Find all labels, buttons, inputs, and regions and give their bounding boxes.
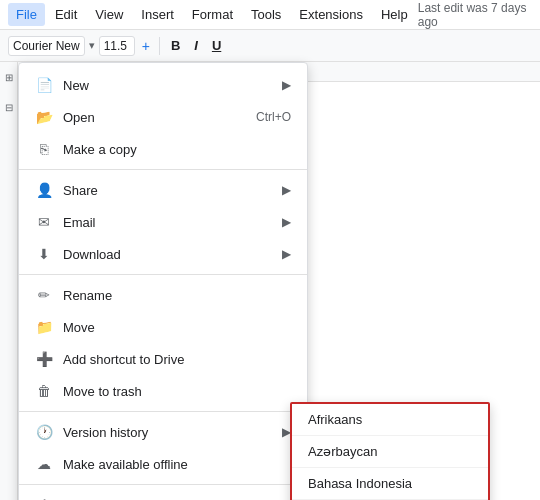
menu-item-download[interactable]: ⬇Download▶ [19, 238, 307, 270]
font-size[interactable]: 11.5 [99, 36, 135, 56]
email-icon: ✉ [35, 213, 53, 231]
version-history-label: Version history [63, 425, 272, 440]
language-submenu: AfrikaansAzərbaycanBahasa IndonesiaBahas… [290, 402, 490, 500]
toolbar: Courier New ▾ 11.5 + B I U [0, 30, 540, 62]
open-label: Open [63, 110, 246, 125]
dropdown-divider [19, 411, 307, 412]
rename-label: Rename [63, 288, 291, 303]
font-size-plus[interactable]: + [139, 38, 153, 54]
download-arrow: ▶ [282, 247, 291, 261]
main-area: ⊞ ⊟ 1 2 3 :/f/s $TEMP$\*| 📄New▶📂OpenCtrl… [0, 62, 540, 500]
menu-item-share[interactable]: 👤Share▶ [19, 174, 307, 206]
menu-item-details[interactable]: ℹDetails [19, 489, 307, 500]
make-copy-icon: ⎘ [35, 140, 53, 158]
menu-item-email[interactable]: ✉Email▶ [19, 206, 307, 238]
menu-item-move[interactable]: 📁Move [19, 311, 307, 343]
menu-file[interactable]: File [8, 3, 45, 26]
new-label: New [63, 78, 272, 93]
download-label: Download [63, 247, 272, 262]
menu-tools[interactable]: Tools [243, 3, 289, 26]
rename-icon: ✏ [35, 286, 53, 304]
menu-format[interactable]: Format [184, 3, 241, 26]
details-icon: ℹ [35, 496, 53, 500]
toolbar-divider [159, 37, 160, 55]
menu-item-make-available-offline[interactable]: ☁Make available offline [19, 448, 307, 480]
make-copy-label: Make a copy [63, 142, 291, 157]
last-edit-status: Last edit was 7 days ago [418, 1, 532, 29]
move-trash-label: Move to trash [63, 384, 291, 399]
menu-view[interactable]: View [87, 3, 131, 26]
menu-item-make-copy[interactable]: ⎘Make a copy [19, 133, 307, 165]
italic-button[interactable]: I [189, 36, 203, 55]
sidebar: ⊞ ⊟ [0, 62, 18, 500]
lang-item[interactable]: Afrikaans [292, 404, 488, 436]
dropdown-divider [19, 169, 307, 170]
share-icon: 👤 [35, 181, 53, 199]
menu-item-new[interactable]: 📄New▶ [19, 69, 307, 101]
sidebar-icon-1: ⊞ [2, 70, 16, 84]
share-arrow: ▶ [282, 183, 291, 197]
new-icon: 📄 [35, 76, 53, 94]
version-history-icon: 🕐 [35, 423, 53, 441]
move-icon: 📁 [35, 318, 53, 336]
dropdown-divider [19, 484, 307, 485]
new-arrow: ▶ [282, 78, 291, 92]
menu-insert[interactable]: Insert [133, 3, 182, 26]
menu-bar: File Edit View Insert Format Tools Exten… [0, 0, 540, 30]
menu-help[interactable]: Help [373, 3, 416, 26]
menu-item-rename[interactable]: ✏Rename [19, 279, 307, 311]
menu-extensions[interactable]: Extensions [291, 3, 371, 26]
sidebar-icon-2: ⊟ [2, 100, 16, 114]
download-icon: ⬇ [35, 245, 53, 263]
make-available-offline-label: Make available offline [63, 457, 291, 472]
email-arrow: ▶ [282, 215, 291, 229]
share-label: Share [63, 183, 272, 198]
font-arrow: ▾ [89, 39, 95, 52]
lang-item[interactable]: Azərbaycan [292, 436, 488, 468]
open-shortcut: Ctrl+O [256, 110, 291, 124]
make-available-offline-icon: ☁ [35, 455, 53, 473]
menu-item-version-history[interactable]: 🕐Version history▶ [19, 416, 307, 448]
menu-item-open[interactable]: 📂OpenCtrl+O [19, 101, 307, 133]
menu-edit[interactable]: Edit [47, 3, 85, 26]
font-selector[interactable]: Courier New [8, 36, 85, 56]
move-trash-icon: 🗑 [35, 382, 53, 400]
lang-item[interactable]: Bahasa Indonesia [292, 468, 488, 500]
open-icon: 📂 [35, 108, 53, 126]
menu-item-add-shortcut[interactable]: ➕Add shortcut to Drive [19, 343, 307, 375]
move-label: Move [63, 320, 291, 335]
file-dropdown: 📄New▶📂OpenCtrl+O⎘Make a copy👤Share▶✉Emai… [18, 62, 308, 500]
menu-item-move-trash[interactable]: 🗑Move to trash [19, 375, 307, 407]
email-label: Email [63, 215, 272, 230]
dropdown-divider [19, 274, 307, 275]
bold-button[interactable]: B [166, 36, 185, 55]
add-shortcut-icon: ➕ [35, 350, 53, 368]
add-shortcut-label: Add shortcut to Drive [63, 352, 291, 367]
underline-button[interactable]: U [207, 36, 226, 55]
